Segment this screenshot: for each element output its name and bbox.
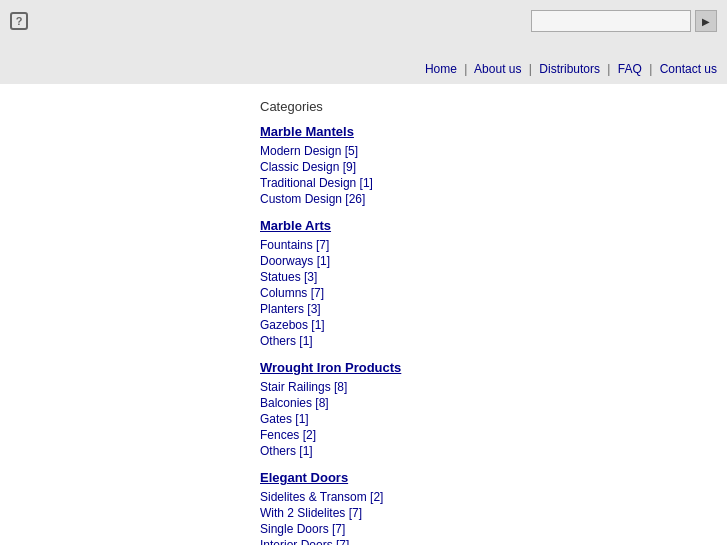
- header: ? ▶: [0, 0, 727, 60]
- search-button[interactable]: ▶: [695, 10, 717, 32]
- list-item: Interior Doors [7]: [260, 537, 707, 545]
- list-item: Columns [7]: [260, 285, 707, 300]
- nav-bar: Home | About us | Distributors | FAQ | C…: [0, 60, 727, 84]
- list-item: Planters [3]: [260, 301, 707, 316]
- link-custom-design[interactable]: Custom Design [26]: [260, 192, 365, 206]
- link-wrought-iron-others[interactable]: Others [1]: [260, 444, 313, 458]
- nav-distributors[interactable]: Distributors: [539, 62, 600, 76]
- link-interior-doors[interactable]: Interior Doors [7]: [260, 538, 349, 545]
- category-heading-marble-mantels[interactable]: Marble Mantels: [260, 124, 354, 139]
- list-item: Gates [1]: [260, 411, 707, 426]
- list-item: With 2 Slidelites [7]: [260, 505, 707, 520]
- list-item: Stair Railings [8]: [260, 379, 707, 394]
- wrought-iron-links: Stair Railings [8] Balconies [8] Gates […: [260, 379, 707, 458]
- link-columns[interactable]: Columns [7]: [260, 286, 324, 300]
- content-area: Categories Marble Mantels Modern Design …: [0, 84, 727, 545]
- nav-sep-2: |: [529, 62, 532, 76]
- list-item: Balconies [8]: [260, 395, 707, 410]
- list-item: Fences [2]: [260, 427, 707, 442]
- categories-title: Categories: [260, 99, 707, 114]
- link-planters[interactable]: Planters [3]: [260, 302, 321, 316]
- list-item: Fountains [7]: [260, 237, 707, 252]
- list-item: Traditional Design [1]: [260, 175, 707, 190]
- list-item: Doorways [1]: [260, 253, 707, 268]
- elegant-doors-links: Sidelites & Transom [2] With 2 Slidelite…: [260, 489, 707, 545]
- link-2-slidelites[interactable]: With 2 Slidelites [7]: [260, 506, 362, 520]
- nav-sep-1: |: [464, 62, 467, 76]
- list-item: Modern Design [5]: [260, 143, 707, 158]
- nav-about[interactable]: About us: [474, 62, 521, 76]
- category-heading-marble-arts[interactable]: Marble Arts: [260, 218, 331, 233]
- link-traditional-design[interactable]: Traditional Design [1]: [260, 176, 373, 190]
- link-statues[interactable]: Statues [3]: [260, 270, 317, 284]
- category-section-wrought-iron: Wrought Iron Products Stair Railings [8]…: [260, 360, 707, 458]
- list-item: Custom Design [26]: [260, 191, 707, 206]
- nav-faq[interactable]: FAQ: [618, 62, 642, 76]
- search-area: ▶: [531, 10, 717, 32]
- list-item: Others [1]: [260, 443, 707, 458]
- link-classic-design[interactable]: Classic Design [9]: [260, 160, 356, 174]
- list-item: Others [1]: [260, 333, 707, 348]
- link-single-doors[interactable]: Single Doors [7]: [260, 522, 345, 536]
- list-item: Sidelites & Transom [2]: [260, 489, 707, 504]
- link-fountains[interactable]: Fountains [7]: [260, 238, 329, 252]
- link-sidelites-transom[interactable]: Sidelites & Transom [2]: [260, 490, 383, 504]
- list-item: Classic Design [9]: [260, 159, 707, 174]
- link-marble-arts-others[interactable]: Others [1]: [260, 334, 313, 348]
- category-heading-elegant-doors[interactable]: Elegant Doors: [260, 470, 348, 485]
- nav-contact[interactable]: Contact us: [660, 62, 717, 76]
- list-item: Gazebos [1]: [260, 317, 707, 332]
- link-balconies[interactable]: Balconies [8]: [260, 396, 329, 410]
- category-section-marble-arts: Marble Arts Fountains [7] Doorways [1] S…: [260, 218, 707, 348]
- marble-arts-links: Fountains [7] Doorways [1] Statues [3] C…: [260, 237, 707, 348]
- link-modern-design[interactable]: Modern Design [5]: [260, 144, 358, 158]
- help-icon[interactable]: ?: [10, 12, 28, 30]
- list-item: Statues [3]: [260, 269, 707, 284]
- nav-sep-4: |: [649, 62, 652, 76]
- search-input[interactable]: [531, 10, 691, 32]
- link-doorways[interactable]: Doorways [1]: [260, 254, 330, 268]
- nav-sep-3: |: [607, 62, 610, 76]
- link-stair-railings[interactable]: Stair Railings [8]: [260, 380, 347, 394]
- marble-mantels-links: Modern Design [5] Classic Design [9] Tra…: [260, 143, 707, 206]
- category-section-marble-mantels: Marble Mantels Modern Design [5] Classic…: [260, 124, 707, 206]
- list-item: Single Doors [7]: [260, 521, 707, 536]
- link-fences[interactable]: Fences [2]: [260, 428, 316, 442]
- link-gates[interactable]: Gates [1]: [260, 412, 309, 426]
- category-heading-wrought-iron[interactable]: Wrought Iron Products: [260, 360, 401, 375]
- link-gazebos[interactable]: Gazebos [1]: [260, 318, 325, 332]
- category-section-elegant-doors: Elegant Doors Sidelites & Transom [2] Wi…: [260, 470, 707, 545]
- nav-home[interactable]: Home: [425, 62, 457, 76]
